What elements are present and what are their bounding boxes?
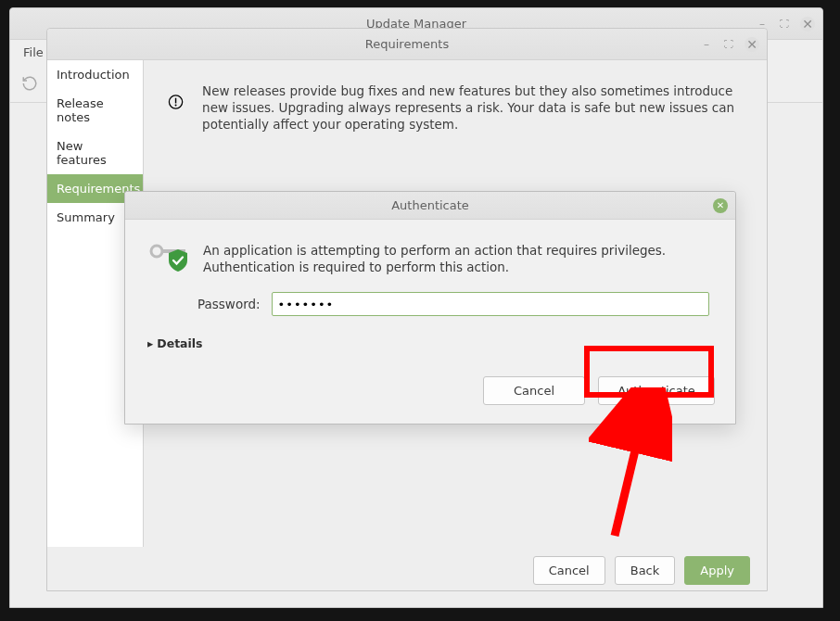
key-shield-icon (151, 242, 190, 273)
details-toggle[interactable]: ▸ Details (147, 336, 709, 350)
requirements-titlebar: Requirements – ⛶ ✕ (47, 29, 767, 60)
authenticate-dialog: Authenticate ✕ An application is attempt… (124, 191, 736, 425)
chevron-right-icon: ▸ (147, 336, 153, 350)
requirements-info-text: New releases provide bug fixes and new f… (202, 82, 743, 133)
apply-button[interactable]: Apply (684, 556, 750, 585)
authenticate-titlebar: Authenticate ✕ (125, 192, 735, 220)
svg-point-2 (175, 105, 177, 107)
maximize-icon[interactable]: ⛶ (778, 18, 791, 31)
requirements-footer: Cancel Back Apply (47, 547, 767, 594)
minimize-icon[interactable]: – (700, 38, 713, 51)
requirements-title: Requirements (365, 37, 449, 51)
menu-file[interactable]: File (18, 43, 49, 62)
authenticate-message: An application is attempting to perform … (203, 242, 709, 275)
warning-icon (168, 82, 184, 121)
authenticate-button[interactable]: Authenticate (598, 376, 715, 405)
maximize-icon[interactable]: ⛶ (722, 38, 735, 51)
cancel-button[interactable]: Cancel (483, 376, 585, 405)
toolbar-refresh[interactable] (21, 75, 38, 92)
back-button[interactable]: Back (615, 556, 676, 585)
close-icon[interactable]: ✕ (745, 37, 759, 52)
details-label: Details (157, 336, 202, 350)
close-icon[interactable]: ✕ (800, 17, 815, 32)
password-label: Password: (197, 297, 261, 311)
sidebar-item-introduction[interactable]: Introduction (47, 60, 143, 89)
authenticate-title: Authenticate (391, 198, 469, 212)
password-input[interactable] (272, 292, 709, 316)
sidebar-item-new-features[interactable]: New features (47, 132, 143, 174)
sidebar-item-release-notes[interactable]: Release notes (47, 89, 143, 132)
close-icon[interactable]: ✕ (713, 198, 728, 213)
svg-rect-1 (175, 98, 176, 104)
cancel-button[interactable]: Cancel (533, 556, 605, 585)
svg-point-3 (151, 246, 162, 257)
